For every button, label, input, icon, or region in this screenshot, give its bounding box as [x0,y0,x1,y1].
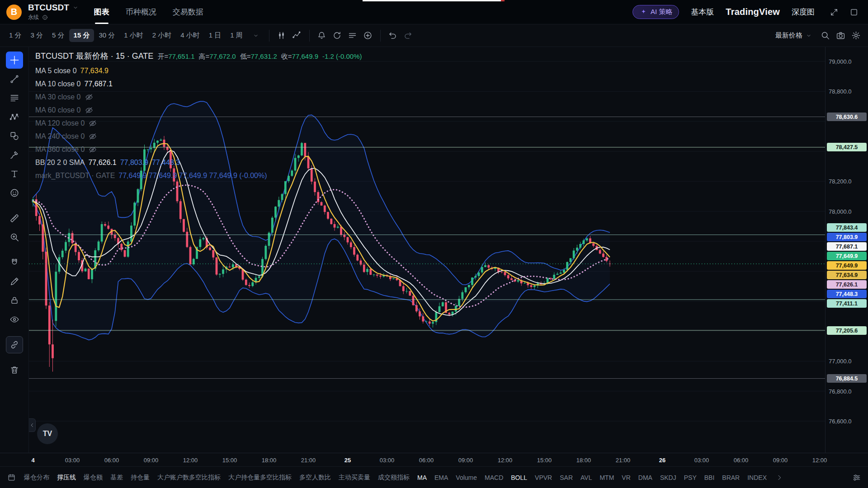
chart-settings-icon[interactable] [848,28,863,43]
add-alert-icon[interactable] [360,28,376,43]
candlestick-chart[interactable] [29,47,825,453]
collapse-handle[interactable] [29,418,36,432]
timeframe-1 日[interactable]: 1 日 [204,29,226,42]
text-tool[interactable] [6,165,23,183]
tab-币种概况[interactable]: 币种概况 [126,0,156,24]
timeframe-4 小时[interactable]: 4 小时 [176,29,204,42]
indicator-tab-大户持仓量多空比指标[interactable]: 大户持仓量多空比指标 [228,474,292,482]
tab-图表[interactable]: 图表 [94,0,109,24]
timeframe-1 分[interactable]: 1 分 [5,29,26,42]
timeframe-30 分[interactable]: 30 分 [94,29,119,42]
chart-style-icon[interactable] [274,28,289,43]
redo-icon[interactable] [401,28,416,43]
depth-chart-button[interactable]: 深度图 [792,7,815,17]
indicator-tab-主动买卖量[interactable]: 主动买卖量 [339,474,370,482]
symbol-selector[interactable]: BTCUSDT [28,3,80,13]
indicator-tab-VPVR[interactable]: VPVR [535,474,552,481]
templates-icon[interactable] [345,28,360,43]
timeframe-2 小时[interactable]: 2 小时 [148,29,176,42]
time-label-09:00: 09:00 [458,456,473,463]
xabcd-pattern-tool[interactable] [6,108,23,126]
timeframe-3 分[interactable]: 3 分 [26,29,48,42]
timeframe-15 分[interactable]: 15 分 [69,29,94,42]
shapes-tool[interactable] [6,127,23,145]
ruler-tool[interactable] [6,210,23,227]
indicator-tab-BRAR[interactable]: BRAR [722,474,740,481]
fib-lines-tool[interactable] [6,89,23,107]
timeframe-1 周[interactable]: 1 周 [226,29,247,42]
timeframe-5 分[interactable]: 5 分 [47,29,69,42]
crosshair-tool[interactable] [6,52,23,69]
alert-icon[interactable] [314,28,330,43]
indicator-tab-VR[interactable]: VR [622,474,630,481]
more-indicators-icon[interactable] [774,473,784,483]
link-tool[interactable] [6,336,23,353]
tab-交易数据[interactable]: 交易数据 [173,0,203,24]
fullscreen-icon[interactable] [826,5,842,20]
indicator-tab-基差[interactable]: 基差 [110,474,123,482]
tool-group [6,209,23,247]
time-label-06:00: 06:00 [734,456,749,463]
indicator-tab-MA[interactable]: MA [417,474,427,481]
indicator-tab-持仓量[interactable]: 持仓量 [131,474,150,482]
indicator-tab-大户账户数多空比指标[interactable]: 大户账户数多空比指标 [157,474,221,482]
eye-tool[interactable] [6,311,23,328]
info-icon[interactable] [41,13,49,21]
ai-strategy-button[interactable]: AI 策略 [632,5,679,19]
trend-line-tool[interactable] [6,70,23,88]
price-axis[interactable]: 79,000.078,800.078,200.078,000.077,000.0… [825,47,868,453]
indicator-tab-Volume[interactable]: Volume [456,474,477,481]
indicator-tab-撑压线[interactable]: 撑压线 [57,474,76,482]
indicator-tab-EMA[interactable]: EMA [434,474,448,481]
price-badge-77,411.1: 77,411.1 [827,299,867,308]
pencil-tool[interactable] [6,273,23,290]
snapshot-icon[interactable] [833,28,848,43]
indicator-tab-成交额指标[interactable]: 成交额指标 [378,474,410,482]
time-label-09:00: 09:00 [773,456,788,463]
indicator-tab-INDEX[interactable]: INDEX [747,474,767,481]
indicator-settings-icon[interactable] [852,473,862,483]
price-badge-77,843.4: 77,843.4 [827,223,867,232]
tradingview-brand[interactable]: TradingView [726,7,780,17]
chart-toolbar: 1 分3 分5 分15 分30 分1 小时2 小时4 小时1 日1 周 最新价格 [0,24,868,47]
tool-group [6,361,23,380]
text-icon [9,169,19,179]
indicator-tab-SKDJ[interactable]: SKDJ [660,474,676,481]
time-label-09:00: 09:00 [144,456,159,463]
indicator-tab-SAR[interactable]: SAR [560,474,573,481]
toolbar-icons [264,28,416,43]
indicator-tab-BOLL[interactable]: BOLL [511,474,527,481]
timeframe-more-icon[interactable] [248,28,264,43]
time-label-4: 4 [31,456,34,463]
replay-icon[interactable] [330,28,345,43]
indicator-tab-多空人数比[interactable]: 多空人数比 [299,474,331,482]
price-badge-77,626.1: 77,626.1 [827,280,867,289]
undo-icon[interactable] [385,28,401,43]
indicator-tab-PSY[interactable]: PSY [684,474,697,481]
main-area: BTCUSDT 最新价格 · 15 · GATE 开=77,651.1 高=77… [0,47,868,453]
search-icon[interactable] [817,28,833,43]
timeframe-1 小时[interactable]: 1 小时 [119,29,148,42]
trash-tool[interactable] [6,361,23,379]
screen-artifact-white [363,0,501,1]
zoom-in-tool[interactable] [6,229,23,246]
basic-version-button[interactable]: 基本版 [691,7,714,17]
indicator-tab-BBI[interactable]: BBI [704,474,715,481]
indicators-icon[interactable] [289,28,305,43]
indicator-tab-AVL[interactable]: AVL [580,474,592,481]
indicator-tab-DMA[interactable]: DMA [638,474,652,481]
price-mode-dropdown[interactable]: 最新价格 [775,31,813,40]
popup-window-icon[interactable] [846,5,862,20]
indicator-tab-爆仓额[interactable]: 爆仓额 [84,474,103,482]
calendar-icon[interactable] [6,473,16,483]
indicator-tab-MTM[interactable]: MTM [599,474,614,481]
tradingview-watermark[interactable]: TV [37,423,58,444]
indicator-tab-爆仓分布[interactable]: 爆仓分布 [24,474,49,482]
indicator-tab-MACD[interactable]: MACD [485,474,503,481]
price-tick: 78,000.0 [829,208,852,215]
lock-tool[interactable] [6,292,23,309]
time-axis-labels[interactable]: 403:0006:0009:0012:0015:0018:0021:002503… [29,453,825,466]
magnet-tool[interactable] [6,254,23,271]
emoji-tool[interactable] [6,184,23,202]
brush-tool[interactable] [6,146,23,164]
